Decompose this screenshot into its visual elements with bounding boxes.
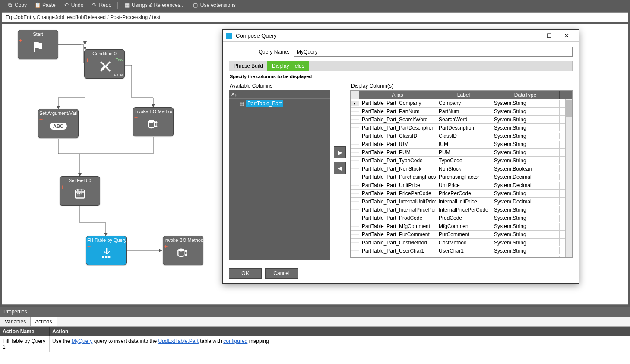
paste-icon: 📋 — [35, 2, 41, 8]
add-icon: + — [87, 243, 91, 250]
add-icon: + — [164, 243, 168, 250]
cell-type: System.Decimal — [491, 198, 560, 205]
query-name-input[interactable] — [294, 47, 573, 57]
dialog-tabs: Phrase Build Display Fields — [229, 61, 573, 71]
cell-alias: PartTable_Part_PartNum — [359, 108, 436, 115]
table-row[interactable]: PartTable_Part_NonStockNonStockSystem.Bo… — [351, 165, 572, 173]
grid-scrollbar[interactable] — [565, 99, 572, 257]
node-fill-table[interactable]: Fill Table by Query + — [86, 236, 127, 265]
tab-variables[interactable]: Variables — [0, 317, 31, 326]
action-row[interactable]: Fill Table by Query 1 Use the MyQuery qu… — [0, 336, 630, 352]
tab-phrase-build[interactable]: Phrase Build — [229, 61, 268, 71]
node-start[interactable]: Start + — [18, 30, 58, 59]
row-indicator — [351, 185, 359, 186]
move-left-button[interactable]: ◀ — [334, 162, 346, 174]
table-row[interactable]: PartTable_Part_PUMPUMSystem.String — [351, 149, 572, 157]
table-row[interactable]: PartTable_Part_PartNumPartNumSystem.Stri… — [351, 108, 572, 116]
add-icon: + — [134, 114, 138, 121]
link-configured[interactable]: configured — [223, 338, 247, 344]
close-button[interactable]: ✕ — [558, 30, 575, 42]
table-row[interactable]: PartTable_Part_SearchWordSearchWordSyste… — [351, 116, 572, 124]
sort-icon[interactable]: A↓ — [231, 92, 237, 97]
node-condition[interactable]: Condition 0 + True False — [84, 49, 125, 79]
dialog-titlebar[interactable]: Compose Query — ☐ ✕ — [223, 30, 579, 42]
cell-type: System.String — [491, 116, 560, 123]
svg-point-0 — [148, 120, 154, 123]
grid-header-alias[interactable]: Alias — [359, 91, 436, 99]
table-row[interactable]: PartTable_Part_UserChar2UserChar2System.… — [351, 255, 572, 257]
usings-icon: ▦ — [124, 2, 130, 8]
table-row[interactable]: PartTable_Part_UnitPriceUnitPriceSystem.… — [351, 181, 572, 190]
table-row[interactable]: PartTable_Part_MfgCommentMfgCommentSyste… — [351, 222, 572, 231]
cell-type: System.String — [491, 190, 560, 197]
node-set-argument[interactable]: Set Argument/Vari + ABC — [38, 109, 79, 138]
action-desc-cell: Use the MyQuery query to insert data int… — [50, 336, 630, 352]
table-row[interactable]: PartTable_Part_TypeCodeTypeCodeSystem.St… — [351, 157, 572, 165]
table-row[interactable]: PartTable_Part_PartDescriptionPartDescri… — [351, 124, 572, 132]
cell-type: System.String — [491, 215, 560, 222]
cell-label: PartDescription — [436, 124, 491, 131]
node-invoke-bo-2[interactable]: Invoke BO Method + — [163, 236, 203, 265]
ok-button[interactable]: OK — [229, 268, 262, 279]
cell-type: System.String — [491, 100, 560, 107]
cell-alias: PartTable_Part_PartDescription — [359, 124, 436, 131]
cell-alias: PartTable_Part_InternalPricePerC — [359, 206, 436, 213]
table-row[interactable]: PartTable_Part_ProdCodeProdCodeSystem.St… — [351, 214, 572, 222]
cell-alias: PartTable_Part_CostMethod — [359, 239, 436, 246]
cell-label: NonStock — [436, 165, 491, 172]
node-invoke2-title: Invoke BO Method — [163, 236, 203, 244]
copy-label: Copy — [15, 2, 27, 8]
add-icon: + — [39, 116, 43, 123]
cell-type: System.String — [491, 149, 560, 156]
extensions-button[interactable]: ▢ Use extensions — [189, 1, 239, 9]
table-row[interactable]: PartTable_Part_InternalUnitPriceInternal… — [351, 198, 572, 206]
node-invoke1-title: Invoke BO Method — [133, 108, 173, 115]
table-row[interactable]: PartTable_Part_UserChar1UserChar1System.… — [351, 247, 572, 255]
table-row[interactable]: PartTable_Part_PurchasingFactorPurchasin… — [351, 173, 572, 181]
table-row[interactable]: ▸PartTable_Part_CompanyCompanySystem.Str… — [351, 99, 572, 108]
database-method-icon — [163, 244, 203, 262]
table-row[interactable]: PartTable_Part_PurCommentPurCommentSyste… — [351, 231, 572, 239]
table-row[interactable]: PartTable_Part_PricePerCodePricePerCodeS… — [351, 190, 572, 198]
row-indicator — [351, 209, 359, 210]
copy-button[interactable]: ⧉ Copy — [3, 1, 30, 9]
cell-label: ProdCode — [436, 215, 491, 222]
maximize-button[interactable]: ☐ — [541, 30, 558, 42]
node-set-field[interactable]: Set Field 0 + — [60, 176, 100, 206]
tab-actions[interactable]: Actions — [30, 317, 57, 326]
usings-button[interactable]: ▦ Usings & References... — [120, 1, 188, 9]
cell-alias: PartTable_Part_SearchWord — [359, 116, 436, 123]
link-myquery[interactable]: MyQuery — [72, 338, 93, 344]
undo-icon: ↶ — [63, 2, 70, 8]
row-indicator — [351, 242, 359, 243]
svg-point-1 — [155, 125, 158, 127]
flag-icon — [18, 38, 58, 56]
table-row[interactable]: PartTable_Part_IUMIUMSystem.String — [351, 140, 572, 149]
paste-button[interactable]: 📋 Paste — [31, 1, 59, 9]
grid-header-label[interactable]: Label — [436, 91, 491, 99]
cell-type: System.Decimal — [491, 174, 560, 180]
cell-type: System.Decimal — [491, 182, 560, 189]
cancel-button[interactable]: Cancel — [265, 268, 298, 279]
cell-label: TypeCode — [436, 157, 491, 164]
table-row[interactable]: PartTable_Part_ClassIDClassIDSystem.Stri… — [351, 132, 572, 140]
cell-alias: PartTable_Part_MfgComment — [359, 223, 436, 230]
redo-button[interactable]: ↷ Redo — [88, 1, 115, 9]
tab-display-fields[interactable]: Display Fields — [267, 61, 309, 71]
node-invoke-bo-1[interactable]: Invoke BO Method + — [133, 107, 174, 136]
table-row[interactable]: PartTable_Part_InternalPricePerCInternal… — [351, 206, 572, 214]
breadcrumb: Erp.JobEntry.ChangeJobHeadJobReleased / … — [2, 12, 628, 22]
table-row[interactable]: PartTable_Part_CostMethodCostMethodSyste… — [351, 239, 572, 247]
cell-alias: PartTable_Part_UnitPrice — [359, 182, 436, 189]
display-columns-grid: Alias Label DataType ▸PartTable_Part_Com… — [350, 90, 573, 258]
move-right-button[interactable]: ▶ — [334, 146, 346, 158]
minimize-button[interactable]: — — [523, 30, 541, 42]
grid-header-datatype[interactable]: DataType — [491, 91, 560, 99]
link-updexttable[interactable]: UpdExtTable.Part — [158, 338, 198, 344]
tree-item-parttable[interactable]: ▦ PartTable_Part — [229, 99, 330, 108]
add-icon: + — [19, 37, 22, 44]
cell-alias: PartTable_Part_ClassID — [359, 133, 436, 139]
cell-type: System.String — [491, 247, 560, 254]
available-columns-tree[interactable]: A↓ ▦ PartTable_Part — [229, 90, 330, 260]
undo-button[interactable]: ↶ Undo — [60, 1, 87, 9]
